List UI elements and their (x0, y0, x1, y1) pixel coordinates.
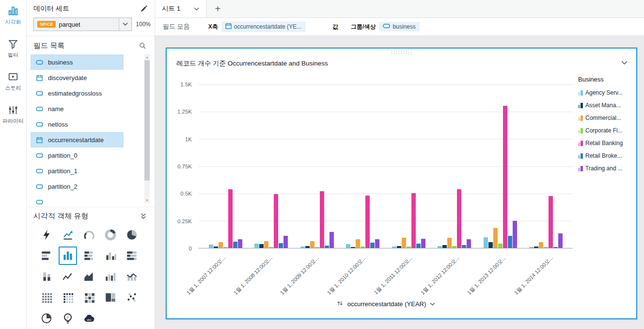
donut-icon[interactable] (101, 226, 120, 244)
bar-commercial[interactable] (493, 228, 498, 248)
bar-trading-and[interactable] (421, 239, 425, 248)
bar-corporate-fi[interactable] (361, 247, 365, 248)
vertical-stacked-bar-icon[interactable] (37, 267, 56, 286)
dataset-select[interactable]: SPICE parquet (33, 17, 132, 31)
bar-asset-mana[interactable] (534, 247, 538, 248)
bar-trading-and[interactable] (558, 233, 563, 248)
bar-retail-banking[interactable] (320, 191, 324, 248)
bar-commercial[interactable] (539, 242, 543, 248)
field-item[interactable]: estimatedgrossloss (31, 85, 124, 101)
vertical-grouped-bar-icon[interactable] (101, 247, 120, 265)
legend-item[interactable]: Retail Broke... (578, 152, 629, 159)
bar-retail-broke[interactable] (508, 236, 512, 248)
line-chart-icon[interactable] (59, 267, 77, 286)
bar-asset-mana[interactable] (214, 247, 218, 248)
pivot-table-icon[interactable] (59, 288, 77, 307)
auto-graph-icon[interactable] (37, 226, 56, 244)
legend-item[interactable]: Commercial... (578, 115, 629, 121)
nav-story[interactable]: 스토리 (5, 72, 21, 92)
bar-agency-serv[interactable] (254, 244, 259, 248)
bar-asset-mana[interactable] (442, 245, 447, 248)
scrollbar-thumb[interactable] (144, 60, 150, 181)
bar-retail-broke[interactable] (325, 246, 329, 248)
legend-item[interactable]: Trading and ... (578, 165, 629, 172)
bar-retail-banking[interactable] (365, 196, 370, 248)
bar-retail-banking[interactable] (549, 196, 553, 248)
bar-commercial[interactable] (356, 239, 360, 248)
field-item[interactable]: partition_0 (31, 148, 124, 163)
vertical-combo-icon[interactable] (101, 267, 120, 286)
bar-retail-broke[interactable] (462, 245, 466, 248)
bar-corporate-fi[interactable] (223, 247, 228, 248)
bar-retail-broke[interactable] (279, 243, 283, 248)
bar-retail-broke[interactable] (416, 244, 421, 248)
visual-menu-chevron-icon[interactable] (621, 59, 628, 66)
bar-asset-mana[interactable] (397, 246, 401, 248)
tab-sheet-1[interactable]: 시트 1 (155, 0, 206, 17)
group-color-field-pill[interactable]: business (379, 22, 419, 32)
bar-commercial[interactable] (447, 238, 452, 248)
visual-card[interactable]: 레코드 개수 기준 Occurrencestartdate and Busine… (166, 48, 637, 319)
add-sheet-button[interactable]: + (206, 0, 229, 17)
legend-item[interactable]: Retail Banking (578, 140, 629, 147)
bar-retail-broke[interactable] (370, 243, 375, 248)
field-item[interactable]: business (31, 54, 124, 70)
gauge-icon[interactable] (80, 226, 98, 244)
bar-agency-serv[interactable] (438, 246, 442, 248)
tree-map-icon[interactable] (101, 288, 120, 307)
pie-icon[interactable] (123, 226, 141, 244)
edit-dataset-icon[interactable] (140, 5, 148, 13)
table-icon[interactable] (37, 288, 56, 307)
search-icon[interactable] (139, 42, 147, 50)
bar-trading-and[interactable] (467, 239, 471, 248)
horizontal-bar-icon[interactable] (37, 247, 56, 265)
bar-agency-serv[interactable] (484, 237, 488, 248)
bar-asset-mana[interactable] (305, 246, 310, 248)
field-list-scrollbar[interactable]: ▲ ▼ (144, 54, 150, 203)
bar-corporate-fi[interactable] (452, 246, 456, 248)
legend-item[interactable]: Agency Serv... (578, 89, 629, 96)
drag-handle-icon[interactable] (391, 51, 413, 54)
scroll-down-icon[interactable]: ▼ (144, 197, 150, 203)
kpi-icon[interactable] (59, 226, 77, 244)
nav-parameters[interactable]: 파라미터 (2, 105, 24, 125)
sort-icon[interactable] (336, 300, 344, 308)
bar-trading-and[interactable] (513, 221, 517, 248)
bar-commercial[interactable] (310, 241, 314, 248)
field-item[interactable] (31, 194, 124, 210)
word-cloud-icon[interactable]: abc (80, 309, 98, 328)
nav-visualize[interactable]: 시각화 (5, 6, 21, 26)
bar-agency-serv[interactable] (209, 245, 213, 248)
bar-agency-serv[interactable] (392, 247, 396, 248)
bar-corporate-fi[interactable] (315, 247, 319, 248)
field-wells-label[interactable]: 필드 모음 (163, 22, 190, 31)
legend-item[interactable]: Asset Mana... (578, 102, 629, 109)
vertical-bar-icon[interactable] (59, 247, 77, 265)
bar-asset-mana[interactable] (259, 244, 264, 248)
field-item[interactable]: netloss (31, 116, 124, 132)
field-item[interactable]: name (31, 101, 124, 116)
bar-corporate-fi[interactable] (498, 244, 503, 248)
combo-chart-icon[interactable] (123, 267, 141, 286)
pie-variant-icon[interactable] (37, 309, 56, 328)
chevron-down-icon[interactable] (194, 5, 199, 13)
area-chart-icon[interactable] (80, 267, 98, 286)
field-item[interactable]: discoverydate (31, 70, 124, 85)
bar-trading-and[interactable] (375, 239, 379, 248)
bar-trading-and[interactable] (283, 236, 288, 248)
bar-agency-serv[interactable] (529, 247, 534, 248)
insights-icon[interactable] (59, 309, 77, 328)
bar-retail-broke[interactable] (553, 247, 558, 248)
bar-corporate-fi[interactable] (269, 247, 273, 248)
bar-retail-banking[interactable] (503, 106, 507, 248)
bar-commercial[interactable] (264, 241, 268, 248)
bar-commercial[interactable] (219, 242, 223, 248)
bar-retail-broke[interactable] (233, 242, 237, 248)
bar-trading-and[interactable] (238, 239, 242, 248)
bar-retail-banking[interactable] (457, 189, 461, 248)
nav-filter[interactable]: 필터 (8, 39, 18, 59)
bar-corporate-fi[interactable] (407, 247, 411, 248)
bar-asset-mana[interactable] (351, 247, 355, 248)
bar-asset-mana[interactable] (488, 242, 493, 248)
bar-agency-serv[interactable] (300, 247, 305, 248)
